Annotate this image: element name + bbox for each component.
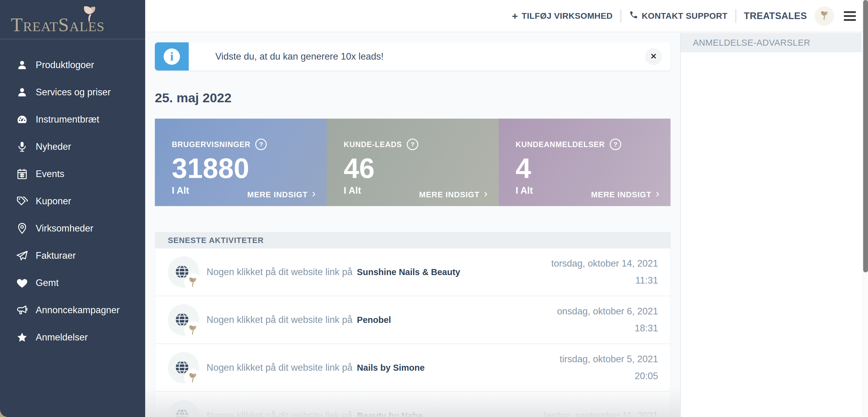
activity-timestamp: lørdag, september 11, 2021 [544,407,658,417]
stat-value: 46 [344,154,488,182]
chevron-right-icon: › [312,188,316,199]
stat-card-kundeanmeldelser[interactable]: KUNDEANMELDELSER ? 4 I Alt MERE INDSIGT … [499,119,671,206]
activity-time: 11:31 [551,272,658,289]
add-business-button[interactable]: + TILFØJ VIRKSOMHED [512,11,613,21]
sidebar-item-events[interactable]: Events [0,160,145,188]
help-icon[interactable]: ? [255,139,267,150]
activity-text: Nogen klikket på dit website link på [207,315,352,325]
leaf-logo-icon [79,3,100,25]
sidebar-item-nyheder[interactable]: Nyheder [0,133,145,160]
heart-icon [15,277,29,289]
sidebar: TreatSales Produktlogoer Servi [0,0,145,417]
treatsales-dashboard: TreatSales Produktlogoer Servi [0,0,868,417]
vertical-scrollbar[interactable] [863,0,868,417]
business-name: Nails by Simone [357,363,425,373]
plus-icon: + [512,11,518,21]
sidebar-item-label: Produktlogoer [36,60,94,70]
sidebar-item-annoncekampagner[interactable]: Annoncekampagner [0,297,145,324]
contact-support-label: KONTAKT SUPPORT [642,11,728,21]
activity-message: Nogen klikket på dit website link på Sun… [207,267,460,277]
activity-date: lørdag, september 11, 2021 [544,407,658,417]
globe-icon [175,408,190,417]
chevron-right-icon: › [656,188,660,199]
hamburger-menu-icon[interactable] [844,11,856,21]
activity-row[interactable]: Nogen klikket på dit website link på Nai… [155,344,670,392]
dashboard-icon [15,114,29,126]
tags-icon [15,195,29,207]
sidebar-item-produktlogoer[interactable]: Produktlogoer [0,52,145,79]
stat-label: KUNDE-LEADS [344,140,402,149]
activity-row[interactable]: Nogen klikket på dit website link på Pen… [155,296,670,344]
sidebar-item-anmeldelser[interactable]: Anmeldelser [0,324,145,351]
sidebar-item-label: Gemt [36,277,59,288]
activity-row[interactable]: Nogen klikket på dit website link på Sun… [155,248,670,296]
info-banner-flag: i [155,42,189,70]
sidebar-item-kuponer[interactable]: Kuponer [0,188,145,215]
sidebar-item-label: Nyheder [36,141,71,152]
activity-avatar [168,304,199,336]
star-icon [15,331,29,344]
recent-activities: SENESTE AKTIVITETER Nogen klikket på dit… [155,232,671,417]
review-alerts-panel: ANMELDELSE-ADVARSLER [680,33,862,417]
info-banner: i Vidste du, at du kan generere 10x lead… [155,42,671,70]
stat-cards: BRUGERVISNINGER ? 31880 I Alt MERE INDSI… [155,119,671,206]
sidebar-item-label: Services og priser [36,87,111,98]
help-icon[interactable]: ? [610,139,621,150]
sidebar-item-gemt[interactable]: Gemt [0,269,145,297]
more-insight-label: MERE INDSIGT [419,190,480,200]
sidebar-item-label: Kuponer [36,196,71,207]
activity-time: 20:05 [559,368,658,385]
info-banner-message: Vidste du, at du kan generere 10x leads! [215,51,383,62]
leaf-badge-icon [184,273,202,291]
sidebar-item-fakturaer[interactable]: Fakturaer [0,242,145,269]
business-name: Beauty by Naba [357,411,423,417]
activity-date: onsdag, oktober 6, 2021 [557,303,658,320]
activity-text: Nogen klikket på dit website link på [207,362,352,373]
sidebar-item-label: Anmeldelser [36,332,88,343]
sidebar-item-label: Instrumentbræt [36,114,99,125]
account-menu[interactable]: TREATSALES [744,10,807,22]
close-icon[interactable]: ✕ [645,48,662,65]
info-banner-body: Vidste du, at du kan generere 10x leads!… [189,42,671,70]
calendar-icon [15,168,29,180]
activity-text: Nogen klikket på dit website link på [207,410,352,417]
topbar: + TILFØJ VIRKSOMHED KONTAKT SUPPORT TREA… [145,0,863,32]
activity-time: 18:31 [557,320,658,337]
leaf-badge-icon [184,369,202,386]
more-insight-label: MERE INDSIGT [247,190,308,200]
info-icon: i [164,49,180,65]
megaphone-icon [15,304,29,316]
review-alerts-header: ANMELDELSE-ADVARSLER [681,33,862,52]
help-icon[interactable]: ? [407,139,418,150]
sidebar-item-virksomheder[interactable]: Virksomheder [0,215,145,242]
contact-support-button[interactable]: KONTAKT SUPPORT [629,10,728,22]
chevron-right-icon: › [484,188,488,199]
activity-text: Nogen klikket på dit website link på [207,267,352,277]
stat-label: KUNDEANMELDELSER [516,140,605,149]
phone-icon [629,10,638,22]
business-name: Penobel [357,315,391,325]
stat-card-brugervisninger[interactable]: BRUGERVISNINGER ? 31880 I Alt MERE INDSI… [155,119,327,206]
microphone-icon [15,141,29,153]
leaf-badge-icon [184,321,202,339]
scrollbar-thumb[interactable] [863,0,868,272]
activity-row[interactable]: Nogen klikket på dit website link på Bea… [155,392,670,417]
stat-card-kunde-leads[interactable]: KUNDE-LEADS ? 46 I Alt MERE INDSIGT › [327,119,498,206]
business-name: Sunshine Nails & Beauty [357,267,460,277]
activity-timestamp: torsdag, oktober 14, 2021 11:31 [551,255,658,289]
more-insight-link[interactable]: MERE INDSIGT › [591,189,660,200]
more-insight-link[interactable]: MERE INDSIGT › [419,189,488,200]
more-insight-link[interactable]: MERE INDSIGT › [247,189,316,200]
activity-avatar [168,256,199,288]
stat-label: BRUGERVISNINGER [172,140,250,149]
sidebar-item-label: Virksomheder [36,223,93,234]
sidebar-item-instrumentbraet[interactable]: Instrumentbræt [0,106,145,133]
leaf-avatar-icon [818,9,831,23]
sidebar-item-services-og-priser[interactable]: Services og priser [0,79,145,106]
logo[interactable]: TreatSales [0,0,145,39]
sidebar-nav: Produktlogoer Services og priser Instrum… [0,52,145,351]
activity-date: tirsdag, oktober 5, 2021 [559,351,658,368]
recent-activities-header: SENESTE AKTIVITETER [155,232,670,248]
activity-message: Nogen klikket på dit website link på Pen… [207,315,391,325]
avatar[interactable] [815,6,834,26]
